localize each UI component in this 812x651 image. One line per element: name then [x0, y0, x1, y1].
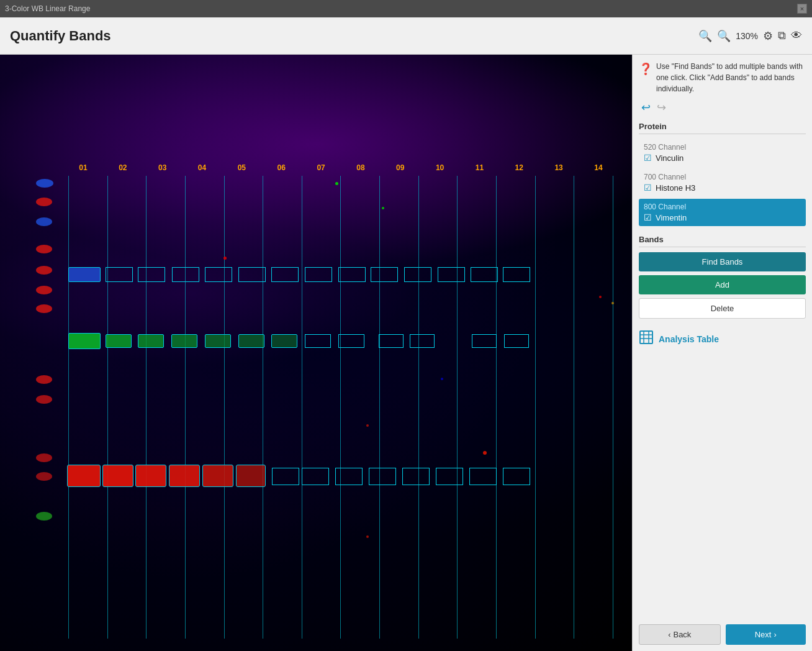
- ladder-dot-9: [36, 395, 52, 404]
- analysis-table-icon: [639, 330, 654, 348]
- band-green-7[interactable]: [271, 334, 297, 348]
- band-box-1-6[interactable]: [238, 267, 266, 282]
- ladder-dot-6: [36, 286, 52, 294]
- find-bands-button[interactable]: Find Bands: [639, 252, 806, 271]
- band-box-1-11[interactable]: [404, 267, 431, 282]
- check-700: ☑: [644, 183, 652, 193]
- lane-line-9: [379, 176, 380, 639]
- band-box-1-14[interactable]: [503, 267, 530, 282]
- main-layout: 01 02 03 04 05 06 07 08 09 10 11 12 13 1…: [0, 55, 812, 651]
- scatter-blue-1: [441, 378, 443, 380]
- lane-line-1: [68, 176, 69, 639]
- protein-section: Protein 520 Channel ☑ Vinculin 700 Chann…: [639, 122, 806, 229]
- sidebar: ❓ Use "Find Bands" to add multiple bands…: [632, 55, 812, 651]
- band-box-1-9[interactable]: [338, 267, 366, 282]
- lane-line-12: [496, 176, 497, 639]
- help-icon[interactable]: ❓: [639, 62, 652, 76]
- band-blue-1[interactable]: [68, 267, 101, 282]
- redo-button[interactable]: ↪: [657, 101, 666, 114]
- check-520: ☑: [644, 153, 652, 163]
- ladder-dot-2: [36, 198, 52, 206]
- copy-icon[interactable]: ⧉: [778, 29, 786, 42]
- band-box-1-4[interactable]: [172, 267, 199, 282]
- band-green-3[interactable]: [138, 334, 164, 348]
- band-red-5[interactable]: [202, 465, 233, 487]
- lane-line-2: [107, 176, 108, 639]
- back-chevron-icon: ‹: [668, 630, 670, 639]
- lane-03: 03: [148, 163, 178, 172]
- protein-histone: ☑ Histone H3: [644, 183, 801, 193]
- band-green-6[interactable]: [238, 334, 264, 348]
- title-bar: 3-Color WB Linear Range ×: [0, 0, 812, 17]
- ladder-dot-4: [36, 245, 52, 253]
- zoom-level: 130%: [736, 31, 758, 41]
- band-box-1-12[interactable]: [438, 267, 465, 282]
- lane-line-5: [224, 176, 225, 639]
- analysis-table-text: Analysis Table: [659, 334, 719, 344]
- channel-800[interactable]: 800 Channel ☑ Vimentin: [639, 199, 806, 226]
- settings-icon[interactable]: ⚙: [763, 29, 773, 43]
- band-box-1-8[interactable]: [305, 267, 332, 282]
- band-box-1-3[interactable]: [138, 267, 165, 282]
- lane-08: 08: [346, 163, 376, 172]
- lane-line-3: [146, 176, 147, 639]
- scatter-red-3: [366, 424, 369, 427]
- band-box-2-14[interactable]: [504, 334, 529, 348]
- band-box-3-12[interactable]: [436, 468, 463, 485]
- analysis-table-link[interactable]: Analysis Table: [639, 326, 806, 352]
- zoom-in-button[interactable]: 🔍: [717, 29, 731, 43]
- band-box-3-7[interactable]: [272, 468, 299, 485]
- band-box-2-8[interactable]: [305, 334, 331, 348]
- band-box-1-2[interactable]: [106, 267, 133, 282]
- band-box-3-11[interactable]: [402, 468, 430, 485]
- band-box-3-8[interactable]: [302, 468, 329, 485]
- band-green-2[interactable]: [106, 334, 132, 348]
- band-box-3-14[interactable]: [503, 468, 530, 485]
- band-box-2-11[interactable]: [410, 334, 435, 348]
- band-red-3[interactable]: [135, 465, 166, 487]
- scatter-green-1: [335, 182, 338, 185]
- close-button[interactable]: ×: [797, 4, 807, 14]
- lane-line-7: [302, 176, 302, 639]
- band-box-1-5[interactable]: [205, 267, 232, 282]
- next-button[interactable]: Next ›: [726, 624, 806, 645]
- band-green-5[interactable]: [205, 334, 231, 348]
- lane-14: 14: [584, 163, 613, 172]
- svg-rect-0: [640, 331, 652, 344]
- ladder-dot-8: [36, 375, 52, 384]
- scatter-green-2: [382, 207, 384, 209]
- band-box-3-9[interactable]: [335, 468, 363, 485]
- check-800: ☑: [644, 212, 652, 222]
- channel-800-label: 800 Channel: [644, 203, 801, 211]
- lane-markers: 01 02 03 04 05 06 07 08 09 10 11 12 13 1…: [68, 163, 613, 172]
- band-green-4[interactable]: [171, 334, 197, 348]
- ladder-dot-7: [36, 304, 52, 313]
- channel-520[interactable]: 520 Channel ☑ Vinculin: [639, 139, 806, 166]
- band-box-2-9[interactable]: [338, 334, 364, 348]
- band-box-3-13[interactable]: [469, 468, 497, 485]
- lane-04: 04: [187, 163, 217, 172]
- band-red-6[interactable]: [236, 465, 266, 487]
- band-box-1-7[interactable]: [271, 267, 299, 282]
- band-box-2-10[interactable]: [379, 334, 404, 348]
- band-box-3-10[interactable]: [369, 468, 396, 485]
- band-red-4[interactable]: [169, 465, 200, 487]
- lane-lines: [68, 176, 613, 639]
- zoom-out-button[interactable]: 🔍: [698, 29, 712, 43]
- undo-redo: ↩ ↪: [639, 101, 806, 114]
- delete-button[interactable]: Delete: [639, 298, 806, 319]
- channel-700[interactable]: 700 Channel ☑ Histone H3: [639, 169, 806, 196]
- band-green-1[interactable]: [68, 333, 101, 349]
- band-red-1[interactable]: [67, 465, 101, 487]
- scatter-red-1: [223, 257, 227, 260]
- back-button[interactable]: ‹ Back: [639, 624, 721, 645]
- lane-07: 07: [306, 163, 336, 172]
- band-red-2[interactable]: [102, 465, 133, 487]
- scatter-red-4: [366, 535, 369, 538]
- band-box-2-13[interactable]: [472, 334, 497, 348]
- add-button[interactable]: Add: [639, 275, 806, 294]
- band-box-1-13[interactable]: [471, 267, 498, 282]
- view-icon[interactable]: 👁: [791, 29, 802, 42]
- band-box-1-10[interactable]: [371, 267, 398, 282]
- undo-button[interactable]: ↩: [641, 101, 651, 114]
